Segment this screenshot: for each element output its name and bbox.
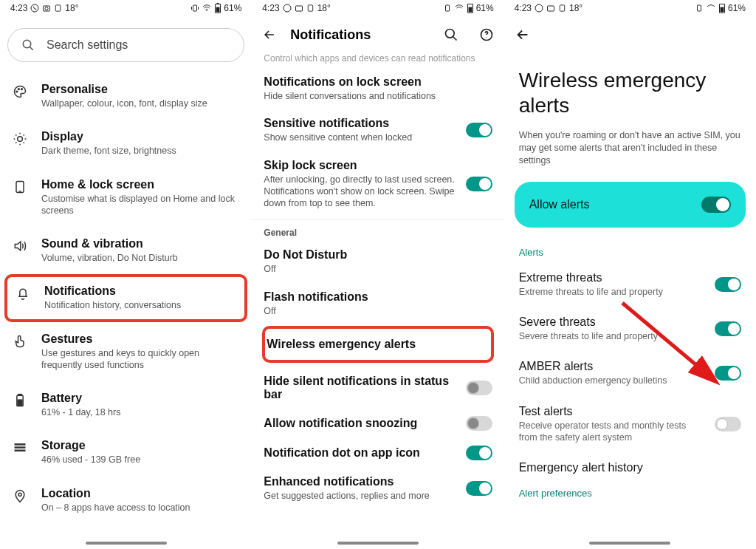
page-title: Wireless emergency alerts — [504, 46, 756, 129]
toggle-sensitive[interactable] — [466, 123, 492, 137]
whatsapp-icon — [535, 4, 543, 13]
search-icon — [21, 38, 35, 52]
svg-rect-16 — [18, 395, 22, 396]
brightness-icon — [12, 132, 28, 146]
settings-item-battery[interactable]: Battery61% - 1 day, 18 hrs — [0, 381, 252, 429]
volume-icon — [12, 239, 28, 253]
item-amber-alerts[interactable]: AMBER alertsChild abduction emergency bu… — [504, 351, 756, 395]
truncated-caption: Control which apps and devices can read … — [252, 53, 504, 68]
settings-item-display[interactable]: DisplayDark theme, font size, brightness — [0, 120, 252, 167]
svg-rect-4 — [193, 5, 197, 11]
svg-point-30 — [535, 4, 543, 12]
back-icon[interactable] — [262, 27, 277, 42]
sim-icon — [558, 4, 566, 13]
toggle-extreme[interactable] — [715, 277, 741, 292]
nav-handle[interactable] — [337, 542, 419, 545]
wifi-icon — [454, 4, 464, 13]
item-snoozing[interactable]: Allow notification snoozing — [252, 409, 504, 438]
item-extreme-threats[interactable]: Extreme threatsExtreme threats to life a… — [504, 262, 756, 307]
palette-icon — [12, 84, 28, 99]
status-bar: 4:23 18° 61% — [252, 0, 504, 16]
section-general: General — [252, 219, 504, 241]
allow-alerts-card[interactable]: Allow alerts — [515, 182, 746, 228]
item-sensitive-notifications[interactable]: Sensitive notificationsShow sensitive co… — [252, 109, 504, 151]
svg-point-5 — [207, 10, 208, 12]
status-battery: 61% — [224, 3, 241, 13]
item-severe-threats[interactable]: Severe threatsSevere threats to life and… — [504, 307, 756, 351]
battery-settings-icon — [12, 393, 28, 408]
settings-item-storage[interactable]: Storage46% used - 139 GB free — [0, 429, 252, 476]
svg-point-0 — [31, 4, 38, 12]
section-alerts: Alerts — [504, 242, 756, 262]
bell-icon — [15, 286, 31, 301]
page-description: When you're roaming or don't have an act… — [504, 129, 756, 182]
settings-item-personalise[interactable]: PersonaliseWallpaper, colour, icon, font… — [0, 72, 252, 120]
status-temp: 18° — [65, 3, 78, 13]
search-input[interactable]: Search settings — [7, 28, 244, 62]
nav-handle[interactable] — [86, 542, 167, 545]
item-flash[interactable]: Flash notificationsOff — [252, 283, 504, 324]
battery-icon — [467, 3, 474, 13]
svg-point-10 — [16, 91, 18, 92]
vibrate-icon — [190, 4, 199, 13]
svg-point-21 — [18, 493, 21, 496]
toggle-test[interactable] — [715, 417, 741, 432]
phone-icon — [12, 180, 28, 194]
toggle-severe[interactable] — [715, 321, 741, 336]
svg-rect-3 — [56, 5, 61, 11]
toggle-dot[interactable] — [466, 446, 492, 460]
item-dnd[interactable]: Do Not DisturbOff — [252, 241, 504, 282]
toggle-amber[interactable] — [715, 366, 741, 381]
settings-item-notifications[interactable]: NotificationsNotification history, conve… — [15, 284, 237, 311]
wifi-icon — [202, 4, 212, 13]
status-time: 4:23 — [10, 3, 27, 13]
svg-point-12 — [21, 89, 23, 90]
settings-item-sound[interactable]: Sound & vibrationVolume, vibration, Do N… — [0, 227, 252, 274]
svg-rect-27 — [468, 7, 472, 13]
toggle-enhanced[interactable] — [466, 481, 492, 496]
back-icon[interactable] — [515, 27, 531, 43]
item-hide-silent[interactable]: Hide silent notifications in status bar — [252, 367, 504, 409]
svg-rect-20 — [15, 450, 26, 452]
item-dot[interactable]: Notification dot on app icon — [252, 438, 504, 468]
toggle-snoozing[interactable] — [466, 416, 492, 431]
search-icon[interactable] — [444, 27, 458, 42]
camera-icon — [546, 4, 555, 13]
settings-item-home-lock[interactable]: Home & lock screenCustomise what is disp… — [0, 168, 252, 228]
item-skip-lockscreen[interactable]: Skip lock screenAfter unlocking, go dire… — [252, 151, 504, 217]
svg-rect-8 — [216, 7, 220, 13]
sim-icon — [306, 4, 315, 13]
settings-item-location[interactable]: LocationOn – 8 apps have access to locat… — [0, 477, 252, 524]
help-icon[interactable] — [479, 27, 494, 42]
status-bar: 4:23 18° 61% — [0, 0, 252, 16]
svg-rect-32 — [560, 5, 564, 11]
location-icon — [12, 488, 28, 503]
settings-item-gestures[interactable]: GesturesUse gestures and keys to quickly… — [0, 322, 252, 382]
toggle-allow-alerts[interactable] — [701, 197, 731, 213]
screen-settings: 4:23 18° 61% Search settings P — [0, 0, 252, 549]
highlight-notifications: NotificationsNotification history, conve… — [4, 274, 247, 321]
vibrate-icon — [443, 4, 452, 13]
camera-icon — [295, 4, 303, 13]
item-wea[interactable]: Wireless emergency alerts — [267, 338, 490, 351]
toggle-hide-silent[interactable] — [466, 381, 492, 395]
svg-rect-33 — [697, 5, 701, 11]
svg-rect-17 — [18, 400, 22, 405]
svg-rect-35 — [721, 7, 724, 13]
toggle-skip-lock[interactable] — [466, 177, 492, 191]
status-battery: 61% — [476, 3, 494, 13]
highlight-wea: Wireless emergency alerts — [262, 326, 493, 363]
item-test-alerts[interactable]: Test alertsReceive operator tests and mo… — [504, 396, 756, 453]
vibrate-icon — [695, 4, 704, 13]
camera-icon — [42, 4, 51, 13]
gesture-icon — [12, 334, 28, 349]
svg-point-2 — [45, 7, 48, 10]
item-alert-history[interactable]: Emergency alert history — [504, 452, 756, 483]
item-lockscreen-notifications[interactable]: Notifications on lock screenHide silent … — [252, 68, 504, 109]
allow-alerts-label: Allow alerts — [529, 198, 701, 211]
item-enhanced[interactable]: Enhanced notificationsGet suggested acti… — [252, 468, 504, 509]
wifi-icon — [706, 4, 716, 13]
whatsapp-icon — [30, 4, 39, 13]
svg-rect-24 — [308, 5, 312, 11]
nav-handle[interactable] — [589, 542, 670, 545]
